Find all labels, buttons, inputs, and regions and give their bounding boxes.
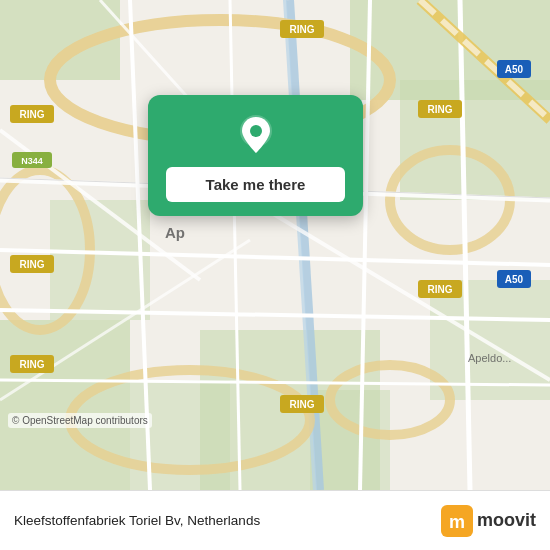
svg-text:m: m (449, 512, 465, 532)
moovit-text: moovit (477, 510, 536, 531)
svg-text:RING: RING (20, 259, 45, 270)
svg-rect-5 (50, 200, 150, 320)
popup-card: Take me there (148, 95, 363, 216)
svg-text:RING: RING (20, 109, 45, 120)
svg-text:RING: RING (428, 284, 453, 295)
svg-point-56 (250, 125, 262, 137)
osm-credit: © OpenStreetMap contributors (8, 413, 152, 428)
bottom-bar: Kleefstoffenfabriek Toriel Bv, Netherlan… (0, 490, 550, 550)
map-container: RING RING RING RING RING RING RING N344 … (0, 0, 550, 490)
svg-text:A50: A50 (505, 64, 524, 75)
svg-text:RING: RING (20, 359, 45, 370)
take-me-there-button[interactable]: Take me there (166, 167, 345, 202)
moovit-logo: m moovit (441, 505, 536, 537)
svg-text:A50: A50 (505, 274, 524, 285)
svg-text:N344: N344 (21, 156, 43, 166)
svg-text:RING: RING (290, 399, 315, 410)
location-pin-icon (234, 113, 278, 157)
svg-text:Apeldo...: Apeldo... (468, 352, 511, 364)
svg-text:RING: RING (428, 104, 453, 115)
moovit-icon: m (441, 505, 473, 537)
svg-rect-4 (0, 320, 130, 490)
location-name: Kleefstoffenfabriek Toriel Bv, Netherlan… (14, 513, 260, 528)
svg-text:RING: RING (290, 24, 315, 35)
svg-text:Ap: Ap (165, 224, 185, 241)
